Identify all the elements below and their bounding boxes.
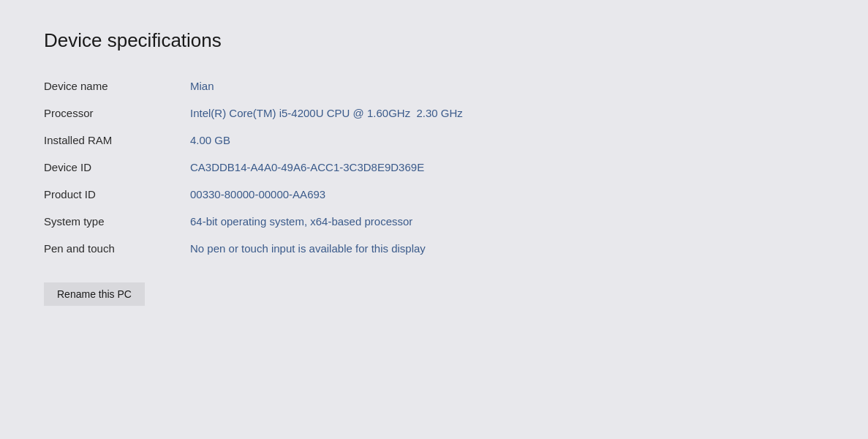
label-installed-ram: Installed RAM <box>44 127 190 154</box>
label-system-type: System type <box>44 208 190 235</box>
label-device-name: Device name <box>44 72 190 100</box>
specs-table: Device name Mian Processor Intel(R) Core… <box>44 72 702 262</box>
value-device-name: Mian <box>190 72 702 100</box>
label-product-id: Product ID <box>44 181 190 208</box>
device-specs-container: Device specifications Device name Mian P… <box>44 29 702 306</box>
value-installed-ram: 4.00 GB <box>190 127 702 154</box>
page-title: Device specifications <box>44 29 702 52</box>
rename-pc-button[interactable]: Rename this PC <box>44 282 145 306</box>
label-processor: Processor <box>44 100 190 127</box>
value-pen-and-touch: No pen or touch input is available for t… <box>190 235 702 262</box>
value-processor: Intel(R) Core(TM) i5-4200U CPU @ 1.60GHz… <box>190 100 702 127</box>
value-device-id: CA3DDB14-A4A0-49A6-ACC1-3C3D8E9D369E <box>190 154 702 181</box>
value-product-id: 00330-80000-00000-AA693 <box>190 181 702 208</box>
label-device-id: Device ID <box>44 154 190 181</box>
value-system-type: 64-bit operating system, x64-based proce… <box>190 208 702 235</box>
label-pen-and-touch: Pen and touch <box>44 235 190 262</box>
